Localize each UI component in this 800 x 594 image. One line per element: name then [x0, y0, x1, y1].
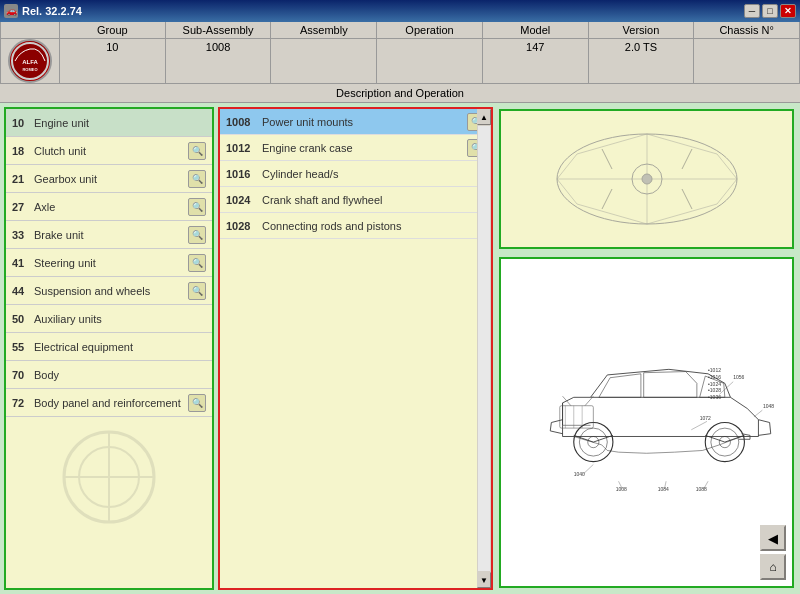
sidebar-item-body-panel[interactable]: 72 Body panel and reinforcement 🔍: [6, 389, 212, 417]
svg-text:ALFA: ALFA: [22, 59, 38, 65]
window-controls: ─ □ ✕: [744, 4, 796, 18]
nav-back-button[interactable]: ◀: [760, 525, 786, 551]
svg-text:•1036: •1036: [708, 394, 721, 400]
col-chassis: Chassis N°: [694, 22, 800, 38]
col-group: Group: [60, 22, 166, 38]
suspension-search-icon[interactable]: 🔍: [188, 282, 206, 300]
svg-text:1088: 1088: [696, 486, 707, 492]
col-assembly: Assembly: [271, 22, 377, 38]
bottom-car-diagram: •1012 •1016 •1024 •1028 •1036 1056 1072 …: [499, 257, 794, 588]
svg-rect-31: [560, 406, 594, 428]
svg-line-51: [754, 410, 762, 417]
svg-text:•1016: •1016: [708, 374, 721, 380]
val-assembly: [271, 39, 377, 83]
sidebar-item-body[interactable]: 70 Body: [6, 361, 212, 389]
sidebar-item-suspension[interactable]: 44 Suspension and wheels 🔍: [6, 277, 212, 305]
sub-item-1024[interactable]: 1024 Crank shaft and flywheel: [220, 187, 491, 213]
sidebar-item-electrical[interactable]: 55 Electrical equipment: [6, 333, 212, 361]
nav-buttons: ◀ ⌂: [760, 525, 786, 580]
val-chassis: [694, 39, 800, 83]
val-group: 10: [60, 39, 166, 83]
svg-text:1048: 1048: [763, 404, 774, 410]
col-subassembly: Sub-Assembly: [166, 22, 272, 38]
sidebar-watermark: [6, 417, 212, 549]
col-operation: Operation: [377, 22, 483, 38]
brake-search-icon[interactable]: 🔍: [188, 226, 206, 244]
svg-line-47: [719, 382, 733, 395]
val-version: 2.0 TS: [589, 39, 695, 83]
right-panels: •1012 •1016 •1024 •1028 •1036 1056 1072 …: [497, 107, 796, 590]
clutch-search-icon[interactable]: 🔍: [188, 142, 206, 160]
app-title: Rel. 32.2.74: [22, 5, 82, 17]
scroll-up-btn[interactable]: ▲: [477, 109, 491, 125]
svg-text:1072: 1072: [700, 415, 711, 421]
svg-line-21: [602, 149, 612, 169]
val-subassembly: 1008: [166, 39, 272, 83]
scroll-down-btn[interactable]: ▼: [477, 572, 491, 588]
steering-search-icon[interactable]: 🔍: [188, 254, 206, 272]
nav-home-button[interactable]: ⌂: [760, 554, 786, 580]
bodypanel-search-icon[interactable]: 🔍: [188, 394, 206, 412]
col-version: Version: [589, 22, 695, 38]
svg-line-49: [691, 421, 707, 429]
maximize-button[interactable]: □: [762, 4, 778, 18]
val-model: 147: [483, 39, 589, 83]
sidebar-item-clutch[interactable]: 18 Clutch unit 🔍: [6, 137, 212, 165]
sub-item-1012[interactable]: 1012 Engine crank case 🔍: [220, 135, 491, 161]
sidebar-item-auxiliary[interactable]: 50 Auxiliary units: [6, 305, 212, 333]
sidebar: 10 Engine unit 18 Clutch unit 🔍 21 Gearb…: [4, 107, 214, 590]
svg-line-53: [583, 464, 593, 474]
val-operation: [377, 39, 483, 83]
top-diagram-image: [499, 109, 794, 249]
header-row: Group Sub-Assembly Assembly Operation Mo…: [0, 22, 800, 39]
svg-text:1056: 1056: [733, 374, 744, 380]
sub-item-1028[interactable]: 1028 Connecting rods and pistons: [220, 213, 491, 239]
svg-text:•1024: •1024: [708, 381, 721, 387]
svg-point-20: [642, 174, 652, 184]
title-bar: 🚗 Rel. 32.2.74 ─ □ ✕: [0, 0, 800, 22]
sidebar-item-steering[interactable]: 41 Steering unit 🔍: [6, 249, 212, 277]
sidebar-item-engine[interactable]: 10 Engine unit: [6, 109, 212, 137]
svg-text:•1028: •1028: [708, 387, 721, 393]
sub-list-panel: 1008 Power unit mounts 🔍 1012 Engine cra…: [218, 107, 493, 590]
sidebar-item-gearbox[interactable]: 21 Gearbox unit 🔍: [6, 165, 212, 193]
svg-line-22: [682, 149, 692, 169]
svg-text:1084: 1084: [658, 486, 669, 492]
app-icon: 🚗: [4, 4, 18, 18]
axle-search-icon[interactable]: 🔍: [188, 198, 206, 216]
header-table: Group Sub-Assembly Assembly Operation Mo…: [0, 22, 800, 103]
content-area: 10 Engine unit 18 Clutch unit 🔍 21 Gearb…: [0, 103, 800, 594]
svg-line-35: [563, 396, 571, 406]
description-bar: Description and Operation: [0, 84, 800, 103]
sub-item-1016[interactable]: 1016 Cylinder head/s: [220, 161, 491, 187]
sidebar-item-brake[interactable]: 33 Brake unit 🔍: [6, 221, 212, 249]
gearbox-search-icon[interactable]: 🔍: [188, 170, 206, 188]
sidebar-item-axle[interactable]: 27 Axle 🔍: [6, 193, 212, 221]
data-row: ALFA ROMEO 10 1008 147 2.0 TS: [0, 39, 800, 84]
main-window: 🚗 Rel. 32.2.74 ─ □ ✕ Group Sub-Assembly …: [0, 0, 800, 594]
svg-text:•1012: •1012: [708, 367, 721, 373]
close-button[interactable]: ✕: [780, 4, 796, 18]
col-model: Model: [483, 22, 589, 38]
svg-line-23: [602, 189, 612, 209]
svg-text:ROMEO: ROMEO: [22, 67, 37, 72]
svg-line-24: [682, 189, 692, 209]
sub-list-scrollbar[interactable]: ▲ ▼: [477, 109, 491, 588]
alfa-romeo-logo: ALFA ROMEO: [8, 39, 52, 83]
sub-item-1008[interactable]: 1008 Power unit mounts 🔍: [220, 109, 491, 135]
minimize-button[interactable]: ─: [744, 4, 760, 18]
